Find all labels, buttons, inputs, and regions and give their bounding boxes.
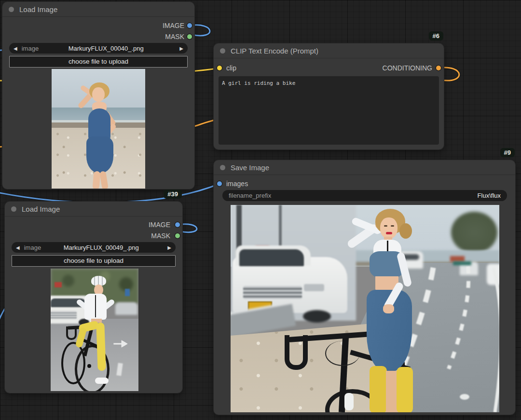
node-load-image-1-header[interactable]: Load Image	[2, 2, 194, 17]
images-input-dot[interactable]	[217, 181, 222, 186]
prev-arrow-icon[interactable]: ◀	[9, 46, 22, 51]
input-label-images: images	[226, 179, 248, 188]
node-save-image-header[interactable]: Save Image	[214, 160, 515, 175]
mask-output-dot[interactable]	[187, 34, 192, 39]
next-arrow-icon[interactable]: ▶	[163, 245, 176, 250]
node-load-image-2[interactable]: #39 Load Image IMAGE MASK ◀ image Markur…	[5, 202, 182, 393]
mask-output-dot[interactable]	[175, 233, 180, 238]
input-label-clip: clip	[226, 64, 236, 72]
node-title: Save Image	[231, 163, 269, 172]
image-preview-beach	[52, 69, 145, 189]
collapse-dot-icon[interactable]	[220, 48, 225, 54]
clip-input-dot[interactable]	[217, 66, 222, 70]
image-output-dot[interactable]	[175, 222, 180, 227]
next-arrow-icon[interactable]: ▶	[175, 46, 188, 51]
filename-prefix-widget[interactable]: filename_prefix Flux\flux	[222, 190, 507, 201]
node-title: Load Image	[22, 205, 60, 213]
combo-value[interactable]: MarkuryFLUX_00040_.png	[39, 45, 175, 52]
output-label-conditioning: CONDITIONING	[383, 64, 432, 72]
collapse-dot-icon[interactable]	[11, 206, 16, 212]
combo-label: image	[24, 244, 41, 251]
node-id-badge: #39	[164, 190, 182, 199]
node-id-badge: #9	[500, 148, 515, 157]
node-graph-canvas[interactable]: Load Image IMAGE MASK ◀ image MarkuryFLU…	[0, 0, 521, 420]
image-combo-widget[interactable]: ◀ image MarkuryFLUX_00040_.png ▶	[9, 43, 188, 54]
node-load-image-2-header[interactable]: Load Image	[5, 202, 182, 217]
combo-label: image	[22, 45, 39, 52]
node-clip-header[interactable]: CLIP Text Encode (Prompt)	[214, 43, 444, 58]
combo-value[interactable]: MarkuryFLUX_00049_.png	[41, 244, 163, 251]
collapse-dot-icon[interactable]	[9, 7, 14, 12]
conditioning-output-dot[interactable]	[436, 66, 441, 70]
prev-arrow-icon[interactable]: ◀	[12, 245, 24, 250]
choose-file-button[interactable]: choose file to upload	[9, 56, 188, 68]
image-preview-result	[231, 205, 499, 412]
image-preview-street-bike	[51, 269, 138, 391]
output-label-image: IMAGE	[163, 21, 184, 30]
collapse-dot-icon[interactable]	[220, 165, 225, 170]
output-label-mask: MASK	[151, 231, 170, 240]
image-output-dot[interactable]	[187, 23, 192, 28]
image-combo-widget[interactable]: ◀ image MarkuryFLUX_00049_.png ▶	[12, 242, 176, 253]
output-label-mask: MASK	[165, 32, 184, 41]
node-title: Load Image	[19, 5, 57, 14]
output-label-image: IMAGE	[149, 220, 170, 229]
filename-prefix-label: filename_prefix	[229, 192, 271, 199]
node-save-image[interactable]: #9 Save Image images filename_prefix Flu…	[214, 160, 515, 415]
node-load-image-1[interactable]: Load Image IMAGE MASK ◀ image MarkuryFLU…	[2, 2, 194, 189]
choose-file-button[interactable]: choose file to upload	[12, 255, 176, 267]
node-clip-text-encode[interactable]: #6 CLIP Text Encode (Prompt) clip CONDIT…	[214, 43, 444, 149]
filename-prefix-value[interactable]: Flux\flux	[478, 192, 501, 199]
node-id-badge: #6	[429, 31, 443, 41]
prompt-textarea[interactable]: A girl is riding a bike	[219, 76, 439, 145]
node-title: CLIP Text Encode (Prompt)	[231, 47, 318, 55]
